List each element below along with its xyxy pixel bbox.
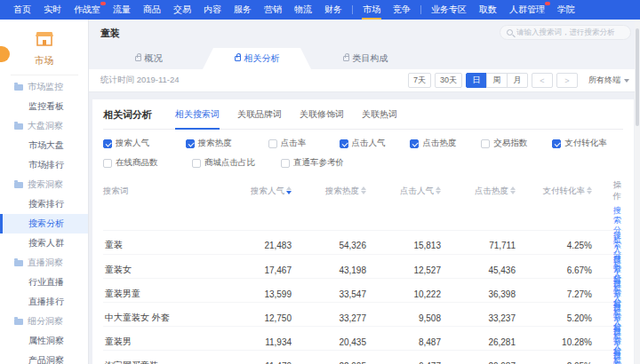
sidebar-item[interactable]: 直播排行 xyxy=(0,292,88,312)
nav-item[interactable]: 市场 xyxy=(363,0,380,20)
sort-icon[interactable] xyxy=(587,186,592,194)
sidebar-item-label: 搜索排行 xyxy=(28,198,64,210)
sidebar-item[interactable]: 细分洞察 xyxy=(0,312,88,331)
value-cell: 43,198 xyxy=(308,265,382,275)
prev-button[interactable]: < xyxy=(532,73,553,88)
nav-item[interactable]: 取数 xyxy=(479,0,497,20)
range-button[interactable]: 7天 xyxy=(408,73,431,88)
sidebar-item[interactable]: 搜索排行 xyxy=(0,194,88,214)
sidebar-item[interactable]: 市场排行 xyxy=(0,155,88,175)
tab-inactive[interactable]: 概况 xyxy=(94,48,203,69)
value-cell: 21,483 xyxy=(236,241,308,250)
scrollbar-thumb[interactable] xyxy=(636,28,639,126)
sidebar-item-label: 行业直播 xyxy=(28,276,64,289)
scrollbar[interactable] xyxy=(635,20,640,364)
sidebar-item-label: 市场监控 xyxy=(28,81,63,93)
nav-item[interactable]: 作战室 xyxy=(74,0,100,20)
nav-item[interactable]: 竞争 xyxy=(393,0,411,20)
nav-item[interactable]: 实时 xyxy=(44,0,61,20)
sidebar-item[interactable]: 搜索分析 xyxy=(0,214,88,233)
metric-checkbox[interactable]: 支付转化率 xyxy=(552,138,623,149)
sort-asc-icon xyxy=(436,186,441,190)
nav-item[interactable]: 交易 xyxy=(173,0,191,20)
granularity-button[interactable]: 月 xyxy=(507,73,528,88)
next-button[interactable]: > xyxy=(556,73,578,88)
tab-active[interactable]: 相关分析 xyxy=(203,48,311,69)
value-cell: 12,527 xyxy=(382,265,457,275)
checkbox-label: 商城点击占比 xyxy=(204,157,255,169)
tab-label: 相关分析 xyxy=(244,52,280,65)
checkbox-label: 支付转化率 xyxy=(564,138,607,149)
terminal-dropdown[interactable]: 所有终端 xyxy=(588,75,629,86)
metric-checkbox[interactable]: 点击热度 xyxy=(410,138,481,149)
sort-icon[interactable] xyxy=(361,186,366,194)
sidebar-item[interactable]: 产品洞察 xyxy=(0,351,88,364)
folder-icon xyxy=(14,260,23,266)
nav-item[interactable]: 学院 xyxy=(557,0,575,20)
sort-desc-icon xyxy=(286,191,292,194)
sidebar-item[interactable]: 行业直播 xyxy=(0,273,88,292)
sort-icon[interactable] xyxy=(286,186,292,194)
metric-checkbox[interactable]: 在线商品数 xyxy=(103,157,192,169)
sidebar-item[interactable]: 市场大盘 xyxy=(0,136,88,155)
nav-item[interactable]: 流量 xyxy=(113,0,131,20)
nav-divider xyxy=(352,5,353,14)
column-header[interactable]: 点击人气 xyxy=(382,186,457,197)
column-header-label: 搜索人气 xyxy=(251,186,284,195)
sidebar-item[interactable]: 搜索人群 xyxy=(0,233,88,253)
sort-desc-icon xyxy=(587,191,592,194)
column-header[interactable]: 搜索热度 xyxy=(308,186,382,197)
metric-checkbox[interactable]: 商城点击占比 xyxy=(192,157,281,169)
value-cell: 36,398 xyxy=(457,289,532,299)
range-button[interactable]: 30天 xyxy=(435,73,462,88)
value-cell: 54,326 xyxy=(308,241,382,250)
sort-icon[interactable] xyxy=(510,186,516,194)
header-card: 童装 请输入搜索词，进行搜索分析 概况相关分析类目构成 xyxy=(89,20,640,69)
panel-tab[interactable]: 关联热词 xyxy=(362,108,397,130)
stats-toolbar: 统计时间 2019-11-24 7天30天日周月<> 所有终端 xyxy=(89,69,640,92)
sort-asc-icon xyxy=(587,186,592,190)
checkbox-checked-icon xyxy=(103,139,112,148)
sidebar-item[interactable]: 直播洞察 xyxy=(0,253,88,273)
value-cell: 12,750 xyxy=(236,313,308,323)
metric-checkbox[interactable]: 点击率 xyxy=(268,138,340,149)
column-header[interactable]: 搜索人气 xyxy=(236,186,308,197)
nav-item[interactable]: 首页 xyxy=(13,0,31,20)
granularity-button[interactable]: 日 xyxy=(466,73,487,88)
sidebar-item-label: 直播排行 xyxy=(28,296,64,308)
metric-checkbox[interactable]: 交易指数 xyxy=(481,138,552,149)
search-placeholder: 请输入搜索词，进行搜索分析 xyxy=(516,28,615,38)
action-link[interactable]: 搜索分析 xyxy=(608,351,621,364)
sidebar-item[interactable]: 大盘洞察 xyxy=(0,116,88,136)
search-input[interactable]: 请输入搜索词，进行搜索分析 xyxy=(500,25,631,40)
nav-item[interactable]: 财务 xyxy=(324,0,342,20)
metric-checkbox[interactable]: 搜索人气 xyxy=(103,138,186,149)
column-header[interactable]: 点击热度 xyxy=(457,186,532,197)
panel-tab[interactable]: 相关搜索词 xyxy=(175,108,220,130)
panel-tab[interactable]: 关联品牌词 xyxy=(237,108,282,130)
sidebar-item[interactable]: 市场监控 xyxy=(0,77,88,97)
sidebar-item[interactable]: 属性洞察 xyxy=(0,331,88,351)
tab-inactive[interactable]: 类目构成 xyxy=(311,48,420,69)
value-cell: 10.28% xyxy=(532,337,608,347)
sidebar-item[interactable]: 搜索洞察 xyxy=(0,175,88,194)
nav-item[interactable]: 内容 xyxy=(204,0,221,20)
lock-icon xyxy=(343,56,349,61)
panel-tab[interactable]: 关联修饰词 xyxy=(300,108,344,130)
nav-item[interactable]: 业务专区 xyxy=(431,0,467,20)
lock-icon xyxy=(135,56,141,61)
metric-checkbox[interactable]: 直通车参考价 xyxy=(281,157,357,169)
folder-icon xyxy=(14,182,23,188)
nav-item[interactable]: 营销 xyxy=(264,0,282,20)
column-header-label: 搜索热度 xyxy=(325,186,359,195)
nav-item[interactable]: 物流 xyxy=(294,0,312,20)
nav-item[interactable]: 商品 xyxy=(143,0,161,20)
metric-checkbox[interactable]: 搜索热度 xyxy=(186,138,268,149)
column-header[interactable]: 支付转化率 xyxy=(532,186,608,197)
sort-icon[interactable] xyxy=(436,186,441,194)
nav-item[interactable]: 服务 xyxy=(234,0,252,20)
metric-checkbox[interactable]: 点击人气 xyxy=(340,138,411,149)
sidebar-item[interactable]: 监控看板 xyxy=(0,97,88,116)
granularity-button[interactable]: 周 xyxy=(486,73,508,88)
nav-item[interactable]: 人群管理 xyxy=(509,0,545,20)
